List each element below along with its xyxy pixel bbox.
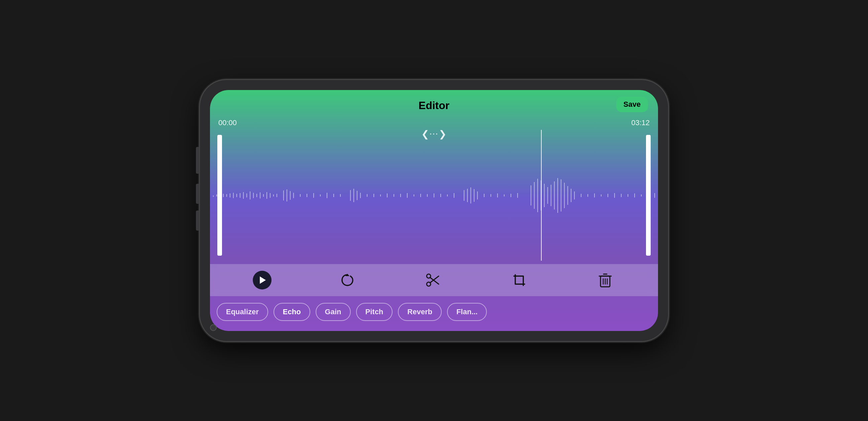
effect-echo-button[interactable]: Echo [274, 303, 310, 321]
playhead[interactable] [541, 130, 542, 261]
volume-down-button[interactable] [196, 210, 199, 231]
waveform-svg [210, 175, 658, 216]
delete-button[interactable] [595, 270, 615, 290]
header: Editor Save [210, 90, 658, 115]
cut-button[interactable] [423, 270, 443, 290]
timeline-timestamps: 00:00 03:12 [210, 118, 658, 127]
app-screen: Editor Save 00:00 03:12 ❮···❯ [210, 90, 658, 331]
effects-bar: Equalizer Echo Gain Pitch Reverb Flan... [210, 296, 658, 331]
effect-gain-button[interactable]: Gain [316, 303, 351, 321]
svg-line-89 [430, 276, 439, 283]
controls-toolbar [210, 264, 658, 296]
end-timestamp: 03:12 [631, 118, 650, 127]
start-timestamp: 00:00 [218, 118, 237, 127]
save-button[interactable]: Save [616, 97, 648, 112]
play-button[interactable] [253, 271, 272, 289]
rewind-icon [340, 273, 355, 287]
phone-frame: Editor Save 00:00 03:12 ❮···❯ [200, 80, 668, 341]
effect-equalizer-button[interactable]: Equalizer [217, 303, 268, 321]
screen: Editor Save 00:00 03:12 ❮···❯ [210, 90, 658, 331]
svg-line-90 [430, 277, 439, 284]
trim-handle-left[interactable] [217, 135, 222, 256]
effect-reverb-button[interactable]: Reverb [398, 303, 442, 321]
play-icon [260, 276, 266, 284]
waveform-container[interactable] [210, 130, 658, 261]
rewind-button[interactable] [337, 270, 358, 290]
trim-handle-right[interactable] [646, 135, 651, 256]
effect-pitch-button[interactable]: Pitch [356, 303, 393, 321]
camera-bump [210, 324, 217, 331]
effect-flanger-button[interactable]: Flan... [447, 303, 487, 321]
cut-icon [425, 273, 441, 287]
volume-up-button[interactable] [196, 184, 199, 204]
timeline-area: 00:00 03:12 ❮···❯ [210, 115, 658, 264]
crop-icon [512, 273, 527, 287]
crop-button[interactable] [509, 270, 529, 290]
page-title: Editor [418, 100, 450, 112]
delete-icon [598, 272, 613, 288]
